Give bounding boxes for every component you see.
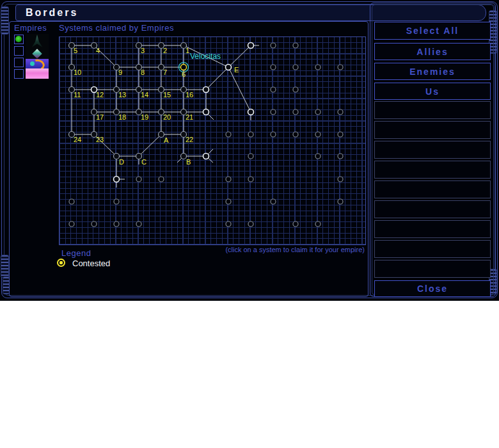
unclaimed-system-node[interactable] <box>248 132 253 137</box>
claimed-system-node[interactable] <box>114 177 120 182</box>
system-link-line <box>228 67 251 112</box>
unclaimed-system-node[interactable] <box>293 43 298 48</box>
borders-dialog: Borders Empires Systems claimed by Empir… <box>0 0 499 301</box>
unclaimed-system-node[interactable] <box>338 154 343 159</box>
system-label: 13 <box>118 91 126 99</box>
system-label: 9 <box>118 68 122 76</box>
unclaimed-system-node[interactable] <box>315 109 321 115</box>
empty-button-slot <box>374 161 491 179</box>
claimed-system-node[interactable] <box>203 109 209 115</box>
enemies-button[interactable]: Enemies <box>374 63 491 80</box>
empire-checkbox[interactable] <box>14 46 24 56</box>
empty-button-slot <box>374 101 491 119</box>
unclaimed-system-node[interactable] <box>226 199 231 204</box>
claimed-system-node[interactable] <box>203 87 209 93</box>
unclaimed-system-node[interactable] <box>271 65 276 70</box>
empty-button-slot <box>374 121 491 139</box>
orange-swoosh-emblem-icon <box>26 59 49 68</box>
unclaimed-system-node[interactable] <box>69 221 74 227</box>
unclaimed-system-node[interactable] <box>226 177 231 182</box>
unclaimed-system-node[interactable] <box>248 177 253 182</box>
unclaimed-system-node[interactable] <box>315 132 321 137</box>
system-label: 12 <box>96 91 104 99</box>
unclaimed-system-node[interactable] <box>114 199 119 204</box>
empty-button-slot <box>374 141 491 159</box>
pink-emblem-icon <box>26 68 49 79</box>
unclaimed-system-node[interactable] <box>114 221 119 227</box>
unclaimed-system-node[interactable] <box>338 132 343 137</box>
unclaimed-system-node[interactable] <box>271 43 276 48</box>
claimed-system-node[interactable] <box>248 109 254 115</box>
empire-emblems <box>26 34 49 79</box>
system-label: 10 <box>74 68 81 76</box>
system-label: A <box>164 136 169 144</box>
unclaimed-system-node[interactable] <box>338 199 343 204</box>
unclaimed-system-node[interactable] <box>271 87 276 92</box>
system-link-line <box>139 134 161 156</box>
unclaimed-system-node[interactable] <box>338 177 343 182</box>
map-panel-label: Systems claimed by Empires <box>59 23 174 33</box>
unclaimed-system-node[interactable] <box>69 199 74 204</box>
diamond-emblem-icon <box>26 48 49 59</box>
claimed-system-node[interactable] <box>203 154 209 159</box>
system-label: 17 <box>96 113 104 121</box>
system-label: 4 <box>96 47 100 54</box>
system-label: 1 <box>186 47 189 54</box>
unclaimed-system-node[interactable] <box>271 132 276 137</box>
unclaimed-system-node[interactable] <box>293 65 298 70</box>
unclaimed-system-node[interactable] <box>293 221 298 227</box>
system-label: 2 <box>163 47 167 54</box>
unclaimed-system-node[interactable] <box>159 177 164 182</box>
systems-map-panel[interactable]: 5432110987Velocitas6E1112131415161718192… <box>59 36 366 245</box>
system-list-area: 1.Koltan - no planets2.Zanthris- no plan… <box>0 301 499 448</box>
system-label: 23 <box>96 136 104 143</box>
claimed-system-node[interactable] <box>248 43 254 49</box>
empire-checkbox[interactable] <box>14 58 24 67</box>
map-hint-text: (click on a system to claim it for your … <box>186 246 365 253</box>
system-link-line <box>206 67 228 90</box>
unclaimed-system-node[interactable] <box>248 154 253 159</box>
system-label: E <box>234 66 239 74</box>
unclaimed-system-node[interactable] <box>293 132 298 137</box>
empty-button-slot <box>374 260 491 278</box>
unclaimed-system-node[interactable] <box>91 221 97 227</box>
unclaimed-system-node[interactable] <box>293 87 298 92</box>
contested-system-node[interactable] <box>181 65 187 70</box>
unclaimed-system-node[interactable] <box>226 132 231 137</box>
system-label: B <box>186 158 191 166</box>
select-all-button[interactable]: Select All <box>374 22 491 40</box>
unclaimed-system-node[interactable] <box>248 221 253 227</box>
us-button[interactable]: Us <box>374 83 491 100</box>
unclaimed-system-node[interactable] <box>136 221 141 227</box>
unclaimed-system-node[interactable] <box>315 65 321 70</box>
unclaimed-system-node[interactable] <box>136 177 141 182</box>
unclaimed-system-node[interactable] <box>271 199 276 204</box>
close-button[interactable]: Close <box>374 280 491 297</box>
unclaimed-system-node[interactable] <box>338 109 343 115</box>
system-label: 18 <box>118 113 126 121</box>
system-label: 22 <box>186 136 193 143</box>
legend-title: Legend <box>61 248 91 258</box>
unclaimed-system-node[interactable] <box>293 109 298 115</box>
unclaimed-system-node[interactable] <box>315 154 321 159</box>
frame-rib-decoration <box>1 255 9 278</box>
system-label: 15 <box>163 91 171 99</box>
unclaimed-system-node[interactable] <box>315 221 321 227</box>
allies-button[interactable]: Allies <box>374 43 491 60</box>
claimed-system-node[interactable] <box>226 65 232 70</box>
unclaimed-system-node[interactable] <box>338 65 343 70</box>
dialog-title: Borders <box>16 7 78 19</box>
system-label: C <box>141 158 147 166</box>
hover-system-name: Velocitas <box>190 52 221 61</box>
empire-checkbox[interactable] <box>14 35 24 44</box>
raptor-emblem-icon <box>26 34 49 48</box>
system-label: 14 <box>141 91 148 99</box>
empty-button-slot <box>374 240 491 258</box>
empty-button-slot <box>374 220 491 238</box>
empire-checkbox[interactable] <box>14 69 24 79</box>
system-label: 7 <box>163 68 167 76</box>
checkbox-checked-indicator <box>15 36 22 42</box>
system-label: 3 <box>141 47 145 54</box>
unclaimed-system-node[interactable] <box>271 109 276 115</box>
unclaimed-system-node[interactable] <box>226 221 231 227</box>
